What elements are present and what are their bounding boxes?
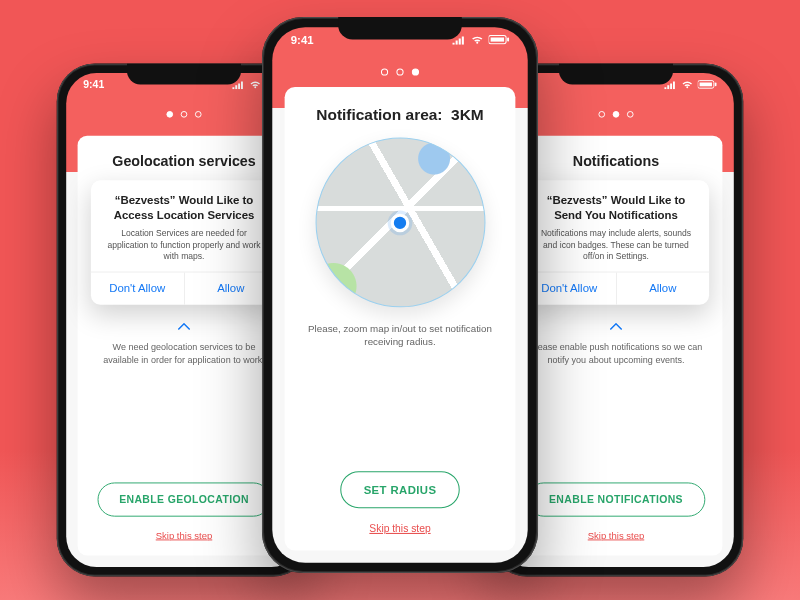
card-title: Geolocation services	[112, 153, 255, 169]
screen: 9:41	[272, 27, 527, 563]
chevron-up-icon	[608, 318, 623, 335]
phone-notification-area: 9:41	[262, 17, 538, 573]
status-indicators	[452, 33, 510, 45]
dot-2[interactable]	[613, 111, 620, 118]
dot-1[interactable]	[166, 111, 173, 118]
enable-geolocation-button[interactable]: ENABLE GEOLOCATION	[97, 482, 270, 516]
set-radius-button[interactable]: SET RADIUS	[340, 471, 460, 508]
dot-3[interactable]	[412, 68, 419, 75]
ios-permission-alert: “Bezvests” Would Like to Access Location…	[91, 180, 277, 304]
wifi-icon	[470, 34, 484, 44]
enable-notifications-button[interactable]: ENABLE NOTIFICATIONS	[527, 482, 705, 516]
card-title: Notifications	[573, 153, 659, 169]
page-dots	[381, 68, 419, 75]
status-indicators	[664, 79, 717, 90]
card-body: Please enable push notifications so we c…	[523, 341, 709, 366]
battery-icon	[698, 80, 717, 90]
alert-desc: Location Services are needed for applica…	[102, 229, 265, 262]
dot-1[interactable]	[598, 111, 605, 118]
onboarding-card: Notifications “Bezvests” Would Like to S…	[510, 136, 723, 556]
alert-desc: Notifications may include alerts, sounds…	[534, 229, 697, 262]
notch	[559, 64, 673, 85]
title-prefix: Notification area:	[316, 105, 442, 123]
notch	[127, 64, 241, 85]
onboarding-card: Geolocation services “Bezvests” Would Li…	[78, 136, 291, 556]
onboarding-card: Notification area: 3KM Please, zoom map …	[285, 87, 516, 550]
page-dots	[598, 111, 633, 118]
wifi-icon	[249, 80, 262, 90]
alert-allow-button[interactable]: Allow	[616, 273, 709, 305]
card-title: Notification area: 3KM	[316, 105, 483, 123]
alert-deny-button[interactable]: Don't Allow	[91, 273, 185, 305]
dot-1[interactable]	[381, 68, 388, 75]
svg-rect-4	[700, 83, 712, 87]
radius-value: 3KM	[451, 105, 484, 123]
card-body: We need geolocation services to be avail…	[91, 341, 277, 366]
dot-2[interactable]	[396, 68, 403, 75]
page-dots	[166, 111, 201, 118]
dot-2[interactable]	[181, 111, 188, 118]
skip-step-link[interactable]: Skip this step	[588, 530, 645, 540]
battery-icon	[489, 34, 510, 44]
status-time: 9:41	[83, 79, 104, 90]
ios-permission-alert: “Bezvests” Would Like to Send You Notifi…	[523, 180, 709, 304]
wifi-icon	[681, 80, 694, 90]
alert-title: “Bezvests” Would Like to Send You Notifi…	[534, 194, 697, 224]
skip-step-link[interactable]: Skip this step	[369, 523, 430, 534]
dot-3[interactable]	[195, 111, 202, 118]
alert-title: “Bezvests” Would Like to Access Location…	[102, 194, 265, 224]
svg-rect-8	[507, 37, 509, 41]
chevron-up-icon	[176, 318, 191, 335]
onboarding-showcase: 9:41 Geolocati	[0, 0, 800, 600]
status-time: 9:41	[291, 33, 314, 45]
svg-rect-7	[491, 37, 504, 41]
notch	[338, 17, 462, 40]
svg-rect-5	[715, 83, 717, 87]
card-body: Please, zoom map in/out to set notificat…	[299, 322, 501, 349]
radius-map[interactable]	[315, 137, 485, 307]
skip-step-link[interactable]: Skip this step	[156, 530, 213, 540]
dot-3[interactable]	[627, 111, 634, 118]
